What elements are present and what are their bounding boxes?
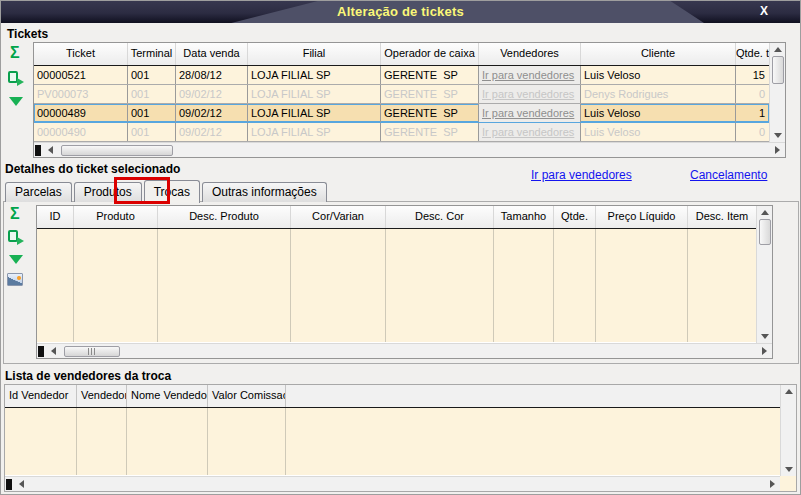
- tickets-table: Ticket Terminal Data venda Filial Operad…: [33, 42, 786, 158]
- col-operador: Operador de caixa: [381, 43, 479, 65]
- cell-operador: GERENTE SP: [381, 66, 479, 84]
- ir-para-vendedores-cell-link[interactable]: Ir para vendedores: [479, 104, 581, 122]
- scrollbar-corner: [780, 476, 796, 491]
- scroll-up-icon[interactable]: [757, 206, 772, 219]
- vertical-scrollbar[interactable]: [756, 206, 772, 343]
- cell-terminal: 001: [128, 85, 176, 103]
- vendedores-troca-table: Id Vendedor Vendedor Nome Vendedor Valor…: [4, 384, 797, 492]
- cell-qtde-tot: 0: [736, 123, 769, 141]
- collapse-down-icon[interactable]: [9, 97, 23, 106]
- scrollbar-thumb[interactable]: [61, 145, 173, 156]
- tab-outras-informacoes[interactable]: Outras informações: [202, 182, 327, 202]
- col-nome-vendedor: Nome Vendedor: [127, 385, 208, 407]
- scroll-down-icon[interactable]: [757, 330, 772, 343]
- col-data-venda: Data venda: [176, 43, 248, 65]
- close-icon[interactable]: X: [760, 4, 768, 18]
- cell-ticket: 00000490: [34, 123, 128, 141]
- table-row[interactable]: 00000521 001 28/08/12 LOJA FILIAL SP GER…: [34, 66, 769, 85]
- image-icon[interactable]: [7, 273, 23, 286]
- tickets-table-header: Ticket Terminal Data venda Filial Operad…: [34, 43, 769, 66]
- scroll-left-icon[interactable]: [43, 144, 58, 157]
- splitter-grip[interactable]: [38, 346, 44, 357]
- sum-icon[interactable]: Σ: [10, 207, 20, 221]
- details-tabbar: Parcelas Produtos Trocas Outras informaç…: [5, 182, 327, 203]
- header-filler: [286, 385, 780, 407]
- cell-qtde-tot: 15: [736, 66, 769, 84]
- cell-operador: GERENTE SP: [381, 85, 479, 103]
- col-tamanho: Tamanho: [494, 206, 554, 228]
- window-title: Alteração de tickets: [1, 4, 800, 19]
- horizontal-scrollbar[interactable]: [5, 476, 780, 491]
- horizontal-scrollbar[interactable]: [34, 142, 785, 157]
- splitter-grip[interactable]: [6, 479, 12, 490]
- vertical-scrollbar[interactable]: [769, 43, 785, 142]
- cell-cliente: Denys Rodrigues: [581, 85, 736, 103]
- scroll-right-icon[interactable]: [765, 478, 780, 491]
- details-heading: Detalhes do ticket selecionado: [5, 162, 180, 176]
- col-id-vendedor: Id Vendedor: [5, 385, 77, 407]
- splitter-grip[interactable]: [35, 145, 41, 156]
- cell-ticket: PV000073: [34, 85, 128, 103]
- scroll-right-icon[interactable]: [770, 144, 785, 157]
- cell-data-venda: 28/08/12: [176, 66, 248, 84]
- trocas-table: ID Produto Desc. Produto Cor/Varian Desc…: [36, 205, 773, 359]
- ir-para-vendedores-cell-link[interactable]: Ir para vendedores: [479, 85, 581, 103]
- col-terminal: Terminal: [128, 43, 176, 65]
- cell-filial: LOJA FILIAL SP: [248, 104, 381, 122]
- cell-cliente: Luis Veloso: [581, 66, 736, 84]
- col-qtde: Qtde.: [554, 206, 596, 228]
- scroll-down-icon[interactable]: [770, 129, 785, 142]
- cell-operador: GERENTE SP: [381, 123, 479, 141]
- alteracao-de-tickets-window: Alteração de tickets X Tickets Σ Ticket …: [0, 0, 801, 495]
- vertical-scrollbar[interactable]: [780, 385, 796, 476]
- table-row-selected[interactable]: 00000489 001 09/02/12 LOJA FILIAL SP GER…: [34, 104, 769, 123]
- cell-qtde-tot: 0: [736, 85, 769, 103]
- scrollbar-thumb[interactable]: [772, 56, 784, 84]
- table-row[interactable]: PV000073 001 09/02/12 LOJA FILIAL SP GER…: [34, 85, 769, 104]
- col-ticket: Ticket: [34, 43, 128, 65]
- export-icon[interactable]: [8, 71, 23, 86]
- cell-data-venda: 09/02/12: [176, 123, 248, 141]
- tab-trocas[interactable]: Trocas: [144, 180, 200, 203]
- cell-terminal: 001: [128, 123, 176, 141]
- scrollbar-thumb[interactable]: [759, 219, 771, 245]
- col-filial: Filial: [248, 43, 381, 65]
- scroll-up-icon[interactable]: [770, 43, 785, 56]
- vendedores-troca-body-empty: [5, 408, 780, 475]
- cell-filial: LOJA FILIAL SP: [248, 66, 381, 84]
- scroll-right-icon[interactable]: [757, 345, 772, 358]
- cell-terminal: 001: [128, 66, 176, 84]
- scroll-down-icon[interactable]: [781, 463, 796, 476]
- cell-cliente: Luis Veloso: [581, 123, 736, 141]
- ir-para-vendedores-cell-link[interactable]: Ir para vendedores: [479, 123, 581, 141]
- collapse-down-icon[interactable]: [9, 255, 23, 264]
- col-preco-liquido: Preço Líquido: [596, 206, 688, 228]
- export-icon[interactable]: [8, 230, 23, 245]
- cell-filial: LOJA FILIAL SP: [248, 123, 381, 141]
- table-row[interactable]: 00000490 001 09/02/12 LOJA FILIAL SP GER…: [34, 123, 769, 142]
- vendedores-troca-heading: Lista de vendedores da troca: [5, 369, 171, 383]
- col-vendedor: Vendedor: [77, 385, 127, 407]
- ir-para-vendedores-link[interactable]: Ir para vendedores: [531, 168, 632, 182]
- sum-icon[interactable]: Σ: [10, 46, 20, 60]
- cancelamento-link[interactable]: Cancelamento: [690, 168, 767, 182]
- col-cor-varian: Cor/Varian: [291, 206, 386, 228]
- col-id: ID: [37, 206, 74, 228]
- ir-para-vendedores-cell-link[interactable]: Ir para vendedores: [479, 66, 581, 84]
- col-desc-produto: Desc. Produto: [158, 206, 291, 228]
- tab-produtos[interactable]: Produtos: [74, 182, 142, 202]
- cell-data-venda: 09/02/12: [176, 104, 248, 122]
- titlebar: Alteração de tickets X: [1, 1, 800, 23]
- trocas-table-body-empty: [37, 229, 756, 342]
- col-desc-item: Desc. Item: [688, 206, 756, 228]
- vendedores-troca-header: Id Vendedor Vendedor Nome Vendedor Valor…: [5, 385, 780, 408]
- cell-ticket: 00000489: [34, 104, 128, 122]
- scroll-left-icon[interactable]: [46, 345, 61, 358]
- tab-parcelas[interactable]: Parcelas: [5, 182, 72, 202]
- scroll-left-icon[interactable]: [14, 478, 29, 491]
- scroll-up-icon[interactable]: [781, 385, 796, 398]
- horizontal-scrollbar[interactable]: [37, 343, 772, 358]
- scrollbar-thumb[interactable]: [64, 346, 120, 357]
- col-produto: Produto: [74, 206, 158, 228]
- trocas-table-header: ID Produto Desc. Produto Cor/Varian Desc…: [37, 206, 756, 229]
